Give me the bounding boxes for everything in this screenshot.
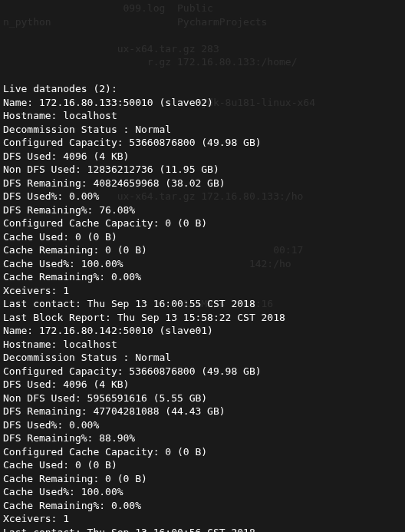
- datanode-0-non-dfs-used: Non DFS Used: 12836212736 (11.95 GB): [3, 163, 402, 177]
- datanode-0-xceivers: Xceivers: 1: [3, 284, 402, 298]
- datanode-0-configured-cache-capacity: Configured Cache Capacity: 0 (0 B): [3, 216, 402, 230]
- datanode-1-cache-remaining-pct: Cache Remaining%: 0.00%: [3, 499, 402, 513]
- terminal-output: Live datanodes (2):Name: 172.16.80.133:5…: [3, 82, 402, 532]
- datanode-0-dfs-used: DFS Used: 4096 (4 KB): [3, 150, 402, 164]
- datanode-0-last-block-report: Last Block Report: Thu Sep 13 15:58:22 C…: [3, 311, 402, 325]
- datanode-1-decommission-status: Decommission Status : Normal: [3, 351, 402, 365]
- datanode-1-cache-used-pct: Cache Used%: 100.00%: [3, 485, 402, 499]
- datanode-1-hostname: Hostname: localhost: [3, 338, 402, 352]
- datanode-0-cache-used-pct: Cache Used%: 100.00%: [3, 257, 402, 271]
- datanode-1-last-contact: Last contact: Thu Sep 13 16:00:56 CST 20…: [3, 526, 402, 533]
- datanode-1-name: Name: 172.16.80.142:50010 (slave01): [3, 324, 402, 338]
- datanode-0-dfs-used-pct: DFS Used%: 0.00%: [3, 190, 402, 203]
- datanode-0-name: Name: 172.16.80.133:50010 (slave02): [3, 96, 402, 110]
- datanode-1-xceivers: Xceivers: 1: [3, 512, 402, 526]
- datanode-1-dfs-used-pct: DFS Used%: 0.00%: [3, 418, 402, 432]
- datanode-0-hostname: Hostname: localhost: [3, 109, 402, 123]
- datanode-1-cache-used: Cache Used: 0 (0 B): [3, 458, 402, 472]
- datanode-1-dfs-remaining: DFS Remaining: 47704281088 (44.43 GB): [3, 405, 402, 418]
- datanode-0-dfs-remaining-pct: DFS Remaining%: 76.08%: [3, 203, 402, 217]
- datanode-1-configured-capacity: Configured Capacity: 53660876800 (49.98 …: [3, 365, 402, 378]
- datanode-1-dfs-remaining-pct: DFS Remaining%: 88.90%: [3, 431, 402, 445]
- live-datanodes-header: Live datanodes (2):: [3, 82, 402, 96]
- datanode-0-configured-capacity: Configured Capacity: 53660876800 (49.98 …: [3, 136, 402, 150]
- datanode-0-cache-remaining-pct: Cache Remaining%: 0.00%: [3, 270, 402, 284]
- datanode-0-cache-remaining: Cache Remaining: 0 (0 B): [3, 243, 402, 257]
- datanode-0-dfs-remaining: DFS Remaining: 40824659968 (38.02 GB): [3, 177, 402, 190]
- datanode-0-decommission-status: Decommission Status : Normal: [3, 123, 402, 137]
- datanode-1-dfs-used: DFS Used: 4096 (4 KB): [3, 378, 402, 392]
- datanode-1-cache-remaining: Cache Remaining: 0 (0 B): [3, 472, 402, 486]
- datanode-0-last-contact: Last contact: Thu Sep 13 16:00:55 CST 20…: [3, 297, 402, 311]
- datanode-1-non-dfs-used: Non DFS Used: 5956591616 (5.55 GB): [3, 392, 402, 405]
- datanode-1-configured-cache-capacity: Configured Cache Capacity: 0 (0 B): [3, 445, 402, 459]
- datanode-0-cache-used: Cache Used: 0 (0 B): [3, 230, 402, 244]
